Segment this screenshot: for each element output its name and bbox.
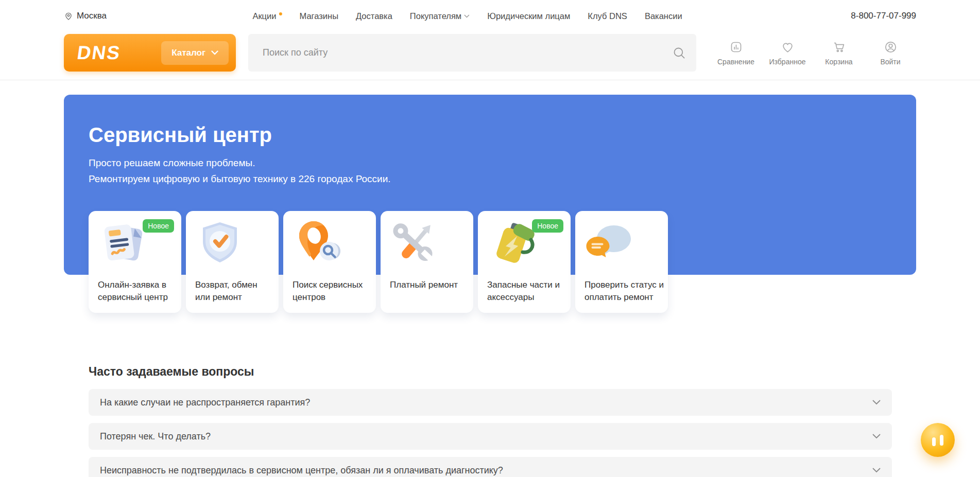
card-online-request[interactable]: Новое Онлайн-заявка в сервисный центр — [89, 211, 181, 313]
hero-subtitle: Просто решаем сложные проблемы. Ремонтир… — [89, 155, 891, 187]
faq-item-warranty[interactable]: На какие случаи не распространяется гара… — [89, 389, 892, 416]
hero-subtitle-line2: Ремонтируем цифровую и бытовую технику в… — [89, 171, 891, 187]
document-icon — [96, 217, 149, 271]
favorites-label: Избранное — [769, 58, 806, 66]
city-label: Москва — [77, 11, 107, 21]
login-button[interactable]: Войти — [865, 40, 916, 66]
user-icon — [884, 40, 898, 54]
nav-item-buyers[interactable]: Покупателям — [410, 11, 470, 21]
promo-dot-icon — [279, 12, 282, 15]
card-paid-repair[interactable]: Платный ремонт — [381, 211, 473, 313]
chevron-down-icon — [464, 14, 470, 18]
top-navigation: Акции Магазины Доставка Покупателям Юрид… — [252, 11, 682, 21]
dns-logo[interactable]: DNS — [76, 43, 122, 62]
search-icon — [672, 46, 686, 60]
card-spare-parts[interactable]: Новое Запасные части и аксессуары — [478, 211, 571, 313]
faq-title: Часто задаваемые вопросы — [89, 365, 891, 379]
faq-item-lost-receipt[interactable]: Потерян чек. Что делать? — [89, 423, 892, 450]
faq-question: На какие случаи не распространяется гара… — [100, 397, 310, 408]
nav-item-club[interactable]: Клуб DNS — [588, 11, 627, 21]
chat-bubbles-icon — [582, 217, 636, 271]
nav-item-stores[interactable]: Магазины — [299, 11, 338, 21]
tools-icon — [388, 217, 441, 271]
favorites-button[interactable]: Избранное — [762, 40, 813, 66]
cart-icon — [832, 40, 846, 54]
page-title: Сервисный центр — [89, 95, 891, 147]
cart-button[interactable]: Корзина — [813, 40, 865, 66]
nav-item-delivery[interactable]: Доставка — [356, 11, 392, 21]
card-label: Проверить статус и оплатить ремонт — [584, 279, 664, 304]
card-label: Онлайн-заявка в сервисный центр — [98, 279, 177, 304]
card-label: Платный ремонт — [390, 279, 469, 291]
new-badge: Новое — [143, 219, 174, 233]
faq-question: Неисправность не подтвердилась в сервисн… — [100, 465, 503, 476]
nav-item-jobs[interactable]: Вакансии — [645, 11, 682, 21]
site-search — [248, 34, 696, 72]
service-cards: Новое Онлайн-заявка в сервисный центр Во… — [89, 211, 668, 313]
heart-icon — [781, 40, 795, 54]
city-selector[interactable]: Москва — [64, 11, 107, 21]
shield-check-icon — [193, 217, 247, 271]
new-badge: Новое — [532, 219, 563, 233]
logo-block: DNS Каталог — [64, 34, 236, 72]
nav-item-legal[interactable]: Юридическим лицам — [487, 11, 570, 21]
card-label: Поиск сервисных центров — [293, 279, 372, 304]
hero-subtitle-line1: Просто решаем сложные проблемы. — [89, 155, 891, 171]
topbar: Москва Акции Магазины Доставка Покупател… — [0, 0, 980, 32]
nav-item-promos[interactable]: Акции — [252, 11, 282, 21]
faq-item-diagnostics[interactable]: Неисправность не подтвердилась в сервисн… — [89, 457, 892, 477]
card-label: Запасные части и аксессуары — [487, 279, 566, 304]
chevron-down-icon — [872, 434, 881, 439]
search-button[interactable] — [672, 34, 686, 72]
service-center-hero: Сервисный центр Просто решаем сложные пр… — [64, 95, 916, 275]
battery-icon — [485, 217, 539, 271]
card-service-search[interactable]: Поиск сервисных центров — [283, 211, 376, 313]
chevron-down-icon — [211, 50, 218, 55]
header-actions: Сравнение Избранное Корзина — [710, 40, 916, 66]
header: DNS Каталог — [0, 32, 980, 80]
map-pin-search-icon — [290, 217, 344, 271]
card-check-status[interactable]: Проверить статус и оплатить ремонт — [575, 211, 668, 313]
card-return-exchange[interactable]: Возврат, обмен или ремонт — [186, 211, 279, 313]
faq-question: Потерян чек. Что делать? — [100, 431, 211, 442]
card-label: Возврат, обмен или ремонт — [195, 279, 274, 304]
chevron-down-icon — [872, 468, 881, 473]
compare-label: Сравнение — [717, 58, 754, 66]
chat-button-icon — [932, 434, 943, 446]
catalog-button[interactable]: Каталог — [161, 41, 229, 65]
cart-label: Корзина — [825, 58, 852, 66]
search-input[interactable] — [248, 34, 696, 72]
location-pin-icon — [64, 11, 73, 21]
chat-widget-button[interactable] — [921, 423, 955, 457]
chevron-down-icon — [872, 400, 881, 405]
login-label: Войти — [880, 58, 900, 66]
compare-button[interactable]: Сравнение — [710, 40, 762, 66]
support-phone[interactable]: 8-800-77-07-999 — [851, 11, 916, 21]
compare-icon — [729, 40, 743, 54]
